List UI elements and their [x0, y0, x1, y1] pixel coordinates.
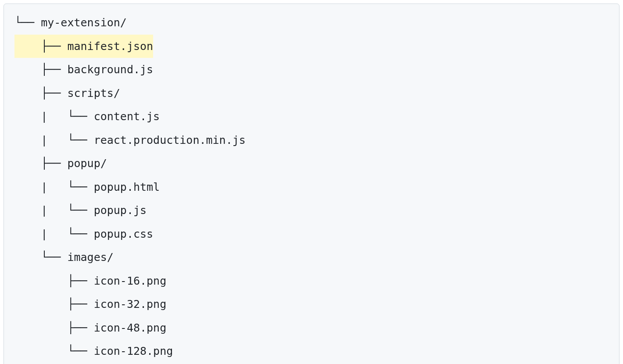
tree-text: icon-16.png — [94, 275, 167, 287]
tree-prefix: | └── — [14, 181, 94, 193]
tree-prefix: | └── — [14, 110, 94, 123]
tree-prefix: | └── — [14, 228, 94, 240]
tree-line: | └── content.js — [14, 105, 609, 128]
tree-text: content.js — [94, 110, 160, 123]
tree-line: ├── scripts/ — [14, 82, 609, 105]
tree-line: | └── popup.css — [14, 222, 609, 246]
tree-line: ├── icon-16.png — [14, 269, 609, 293]
tree-prefix: ├── — [14, 298, 94, 310]
tree-line: └── my-extension/ — [14, 11, 609, 35]
tree-prefix: ├── — [14, 63, 67, 76]
tree-prefix: ├── — [14, 87, 67, 100]
tree-prefix: ├── — [14, 321, 94, 334]
tree-line: | └── popup.html — [14, 175, 609, 199]
tree-prefix: └── — [14, 251, 67, 264]
tree-prefix: └── — [14, 16, 41, 29]
tree-text: images/ — [67, 251, 113, 264]
tree-prefix: ├── — [14, 40, 67, 53]
tree-text: icon-128.png — [94, 345, 173, 357]
tree-line: | └── react.production.min.js — [14, 128, 609, 152]
tree-prefix: | └── — [14, 204, 94, 217]
tree-line: | └── popup.js — [14, 199, 609, 222]
tree-text: manifest.json — [67, 40, 153, 53]
tree-prefix: └── — [14, 345, 94, 357]
tree-line: └── images/ — [14, 246, 609, 269]
tree-text: icon-32.png — [94, 298, 167, 310]
tree-line: ├── icon-48.png — [14, 316, 609, 340]
tree-text: icon-48.png — [94, 321, 167, 334]
tree-line: └── icon-128.png — [14, 339, 609, 363]
tree-text: popup.js — [94, 204, 147, 217]
directory-tree-code-block: └── my-extension/ ├── manifest.json ├── … — [4, 4, 619, 364]
tree-text: my-extension/ — [41, 16, 127, 29]
tree-text: popup.html — [94, 181, 160, 193]
tree-line: ├── popup/ — [14, 152, 609, 175]
tree-line: ├── manifest.json — [14, 35, 609, 58]
tree-highlight: ├── manifest.json — [14, 35, 153, 58]
tree-text: scripts/ — [67, 87, 120, 100]
tree-text: react.production.min.js — [94, 134, 246, 146]
tree-text: popup.css — [94, 228, 153, 240]
tree-line: ├── icon-32.png — [14, 293, 609, 316]
tree-text: background.js — [67, 63, 153, 76]
tree-prefix: | └── — [14, 134, 94, 146]
tree-line: ├── background.js — [14, 58, 609, 82]
tree-prefix: ├── — [14, 157, 67, 170]
tree-prefix: ├── — [14, 275, 94, 287]
tree-text: popup/ — [67, 157, 107, 170]
